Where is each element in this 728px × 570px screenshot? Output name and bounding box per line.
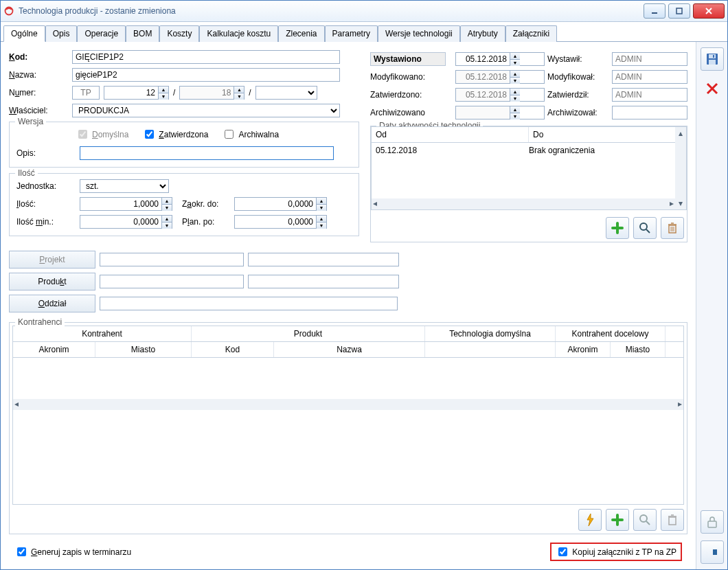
minimize-button[interactable]: [644, 3, 666, 19]
bolt-button[interactable]: [578, 509, 602, 531]
hdr-tech: Technologia domyślna: [425, 326, 556, 341]
svg-rect-6: [669, 517, 676, 525]
zatwierdzono-date: ▲▼: [455, 88, 545, 102]
zatwierdzono-label: Zatwierdzono:: [370, 90, 453, 100]
wystawil-value: [612, 52, 687, 66]
svg-rect-2: [676, 8, 682, 14]
zatwierdzil-value: [612, 88, 687, 102]
produkt-code-input[interactable]: [100, 275, 244, 288]
add-date-button[interactable]: [606, 217, 629, 239]
daty-akt-group: Daty aktywności technologii Od Do 05.12.…: [370, 126, 687, 242]
label-ilosc: Ilość:: [16, 199, 76, 209]
zatwierdzona-check[interactable]: Zatwierdzona: [142, 128, 208, 141]
save-button[interactable]: [701, 47, 724, 71]
wystawiono-date[interactable]: ▲▼: [455, 52, 545, 66]
pin-button[interactable]: [701, 540, 724, 564]
label-opis: Opis:: [16, 148, 76, 158]
cancel-button[interactable]: [701, 78, 723, 100]
daty-table[interactable]: Od Do 05.12.2018 Brak ograniczenia ▴▾ ◂▸: [371, 126, 687, 210]
plan-spin[interactable]: ▲▼: [234, 215, 327, 229]
search-date-button[interactable]: [633, 217, 657, 239]
vscroll[interactable]: ▴▾: [675, 127, 686, 209]
cell-od: 05.12.2018: [376, 146, 529, 155]
delete-kontr-button: [661, 509, 684, 531]
tabstrip: Ogólne Opis Operacje BOM Koszty Kalkulac…: [1, 22, 727, 42]
tab-opis[interactable]: Opis: [45, 25, 78, 42]
jednostka-select[interactable]: szt.: [80, 179, 169, 193]
projekt-code-input[interactable]: [100, 253, 244, 266]
tab-parametry[interactable]: Parametry: [325, 25, 378, 42]
numer-c-select[interactable]: [255, 86, 317, 100]
tab-koszty[interactable]: Koszty: [159, 25, 199, 42]
zaokr-spin[interactable]: ▲▼: [234, 197, 327, 211]
wersja-legend: Wersja: [15, 117, 46, 126]
svg-point-3: [640, 223, 647, 230]
domyslna-check: Domyślna: [76, 128, 128, 141]
archiwizowano-label: Archiwizowano: [370, 108, 453, 117]
hdr-miasto2: Miasto: [611, 342, 666, 357]
svg-point-5: [640, 515, 647, 522]
iloscmin-spin[interactable]: ▲▼: [80, 215, 172, 229]
modyfikowal-label: Modyfikował:: [547, 72, 609, 82]
tab-zlecenia[interactable]: Zlecenia: [278, 25, 324, 42]
wlasciciel-select[interactable]: PRODUKCJA: [72, 104, 340, 117]
maximize-button[interactable]: [668, 3, 690, 19]
lock-button: [701, 510, 724, 534]
tab-zalaczniki[interactable]: Załączniki: [505, 25, 557, 42]
tab-kalkulacje[interactable]: Kalkulacje kosztu: [199, 25, 278, 42]
tab-operacje[interactable]: Operacje: [77, 25, 126, 42]
kontrahenci-grid[interactable]: Kontrahent Produkt Technologia domyślna …: [12, 326, 684, 505]
svg-rect-9: [709, 60, 716, 65]
add-kontr-button[interactable]: [606, 509, 629, 531]
projekt-name-input[interactable]: [248, 253, 399, 266]
hscroll[interactable]: ◂▸: [372, 198, 675, 209]
titlebar: Technologia produkcji - zostanie zmienio…: [1, 1, 727, 22]
label-jednostka: Jednostka:: [16, 181, 76, 191]
numer-b-spin[interactable]: ▲▼: [179, 86, 244, 100]
oddzial-input[interactable]: [100, 297, 398, 310]
hdr-nazwa: Nazwa: [274, 342, 425, 357]
projekt-button: Projekt: [9, 251, 95, 269]
kontr-hscroll[interactable]: ◂▸: [13, 399, 683, 410]
delete-date-button[interactable]: [661, 217, 684, 239]
modyfikowano-date: ▲▼: [455, 70, 545, 84]
app-icon: [3, 5, 14, 16]
search-kontr-button: [633, 509, 657, 531]
hdr-kontrahent: Kontrahent: [13, 326, 192, 341]
numer-a-spin[interactable]: ▲▼: [104, 86, 169, 100]
modyfikowano-label: Modyfikowano:: [370, 72, 453, 82]
label-plan: Plan. po:: [182, 217, 230, 227]
tab-atrybuty[interactable]: Atrybuty: [460, 25, 505, 42]
modyfikowal-value: [612, 70, 687, 84]
ilosc-spin[interactable]: ▲▼: [80, 197, 172, 211]
label-zaokr: Zaokr. do:: [182, 199, 230, 209]
archiwalna-check[interactable]: Archiwalna: [222, 128, 279, 141]
kontrahenci-legend: Kontrahenci: [15, 317, 65, 327]
tab-wersje[interactable]: Wersje technologii: [378, 25, 460, 42]
tab-ogolne[interactable]: Ogólne: [3, 25, 45, 42]
opis-input[interactable]: [80, 146, 334, 160]
close-button[interactable]: [693, 3, 725, 19]
kopiuj-check[interactable]: Kopiuj załączniki z TP na ZP: [556, 545, 676, 558]
kod-input[interactable]: [72, 50, 340, 64]
table-row[interactable]: 05.12.2018 Brak ograniczenia: [372, 143, 686, 158]
label-iloscmin: Ilość min.:: [16, 217, 76, 227]
produkt-button[interactable]: Produkt: [9, 273, 95, 290]
label-wlasciciel: Właściciel:: [9, 106, 68, 115]
hdr-kod: Kod: [192, 342, 274, 357]
numer-prefix: [72, 86, 100, 100]
produkt-name-input[interactable]: [248, 275, 399, 288]
label-numer: Numer:: [9, 88, 68, 98]
cell-do: Brak ograniczenia: [529, 146, 682, 155]
col-od: Od: [372, 127, 529, 142]
wystawiono-label: Wystawiono: [370, 52, 446, 66]
generuj-check[interactable]: Generuj zapis w terminarzu: [14, 545, 131, 558]
wersja-group: Wersja Domyślna Zatwierdzona Archiwalna …: [9, 122, 359, 168]
label-kod: KKod:od:: [9, 52, 68, 62]
action-sidebar: [696, 42, 727, 569]
hdr-miasto: Miasto: [95, 342, 192, 357]
tab-bom[interactable]: BOM: [126, 25, 159, 42]
dates-panel: Wystawiono ▲▼ Wystawił: Modyfikowano: ▲▼…: [370, 50, 687, 122]
nazwa-input[interactable]: [72, 68, 340, 82]
oddzial-button[interactable]: Oddział: [9, 295, 95, 312]
